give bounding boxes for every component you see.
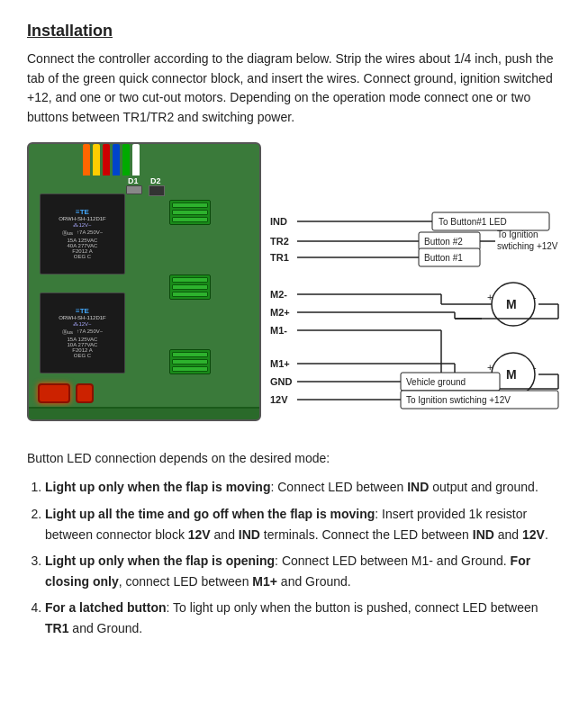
text-btn1led: To Button#1 LED [439,217,507,227]
list-item-2-bold: Light up all the time and go off when th… [45,507,375,521]
list-item-3-bold: Light up only when the flap is opening [45,554,275,568]
connector-top [169,200,211,225]
wires-top [83,144,140,176]
label-TR1: TR1 [270,252,289,263]
text-toIgnition2: swtiching +12V [497,241,558,251]
connector-top-group [169,200,214,225]
motor1-label: M [506,297,517,311]
list-item-3: Light up only when the flap is opening: … [45,551,561,592]
text-toIgnition12v: To Ignition swtiching +12V [406,395,511,405]
list-item-1: Light up only when the flap is moving: C… [45,477,561,498]
list-item-2: Light up all the time and go off when th… [45,504,561,545]
pcb-image: D1 D2 ≡TE ORWH-SH-112D1F ⁂12V~ ⓐus ↑7A 2… [27,142,261,421]
section-title: Installation [27,22,561,40]
list-item-1-bold: Light up only when the flap is moving [45,480,270,494]
connector-bot-group [169,349,214,374]
motor1-minus: - [533,292,537,302]
label-12V: 12V [270,394,288,405]
indicator-light2 [76,383,94,403]
intro-text: Connect the controller according to the … [27,50,561,128]
list-item-4: For a latched button: To light up only w… [45,598,561,639]
d2-component [149,185,165,196]
relay2: ≡TE ORWH-SH-112D1F ⁂12V~ ⓐus ↑7A 250V~ 1… [40,292,125,374]
wiring-svg: IND TR2 TR1 M2- M2+ M1- M1+ GND 12V To B… [261,151,585,430]
text-btn1: Button #1 [424,253,463,263]
relay1: ≡TE ORWH-SH-112D1F ⁂12V~ ⓐus ↑7A 250V~ 1… [40,194,125,274]
connector-mid [169,274,211,300]
text-vehicle-ground: Vehicle ground [406,377,466,387]
label-M2minus: M2- [270,289,287,300]
motor1-plus: + [487,292,493,302]
motor2-minus: - [533,362,537,373]
label-GND: GND [270,376,293,387]
text-toIgnition1: To Ignition [497,230,538,239]
instruction-list: Light up only when the flap is moving: C… [45,477,561,639]
text-btn2: Button #2 [424,237,463,247]
label-M2plus: M2+ [270,307,290,318]
d1-label: D1 [128,176,139,185]
wiring-diagram: IND TR2 TR1 M2- M2+ M1- M1+ GND 12V To B… [261,142,585,433]
list-item-4-bold: For a latched button [45,600,167,615]
label-TR2: TR2 [270,236,289,247]
label-M1plus: M1+ [270,358,290,369]
indicator-light [38,383,70,403]
below-intro: Button LED connection depends on the des… [27,449,561,469]
connector-bot [169,349,211,374]
motor2-plus: + [487,362,493,373]
list-item-1-text: : Connect LED between IND output and gro… [270,480,538,494]
label-M1minus: M1- [270,325,287,336]
d2-label: D2 [150,176,161,185]
motor2-label: M [506,367,517,382]
pcb-bottom-edge [29,407,259,419]
below-section: Button LED connection depends on the des… [27,449,561,639]
diagram-section: D1 D2 ≡TE ORWH-SH-112D1F ⁂12V~ ⓐus ↑7A 2… [27,142,561,433]
connector-mid-group [169,274,214,300]
d1-component [126,185,142,194]
label-IND: IND [270,216,287,227]
